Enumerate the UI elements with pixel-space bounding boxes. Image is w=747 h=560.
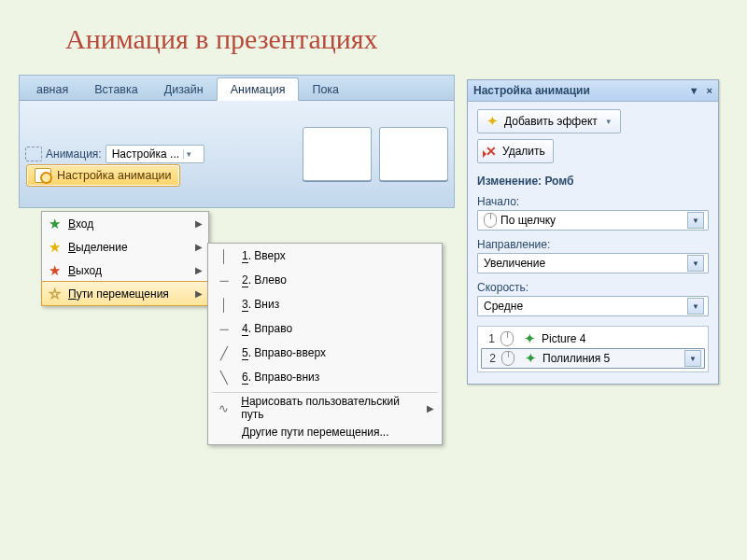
effect-category-menu: ★ Вход ▶ ★ Выделение ▶ ★ Выход ▶ ☆ Пути … [41, 211, 209, 306]
close-icon[interactable]: × [707, 85, 712, 96]
menu-item-exit[interactable]: ★ Выход ▶ [42, 259, 208, 282]
path-item-left[interactable]: ─ 2. Влево [208, 268, 442, 292]
effect-row[interactable]: 1 ✦ Picture 4 [481, 329, 705, 348]
remove-effect-label: Удалить [502, 145, 545, 158]
animation-dropdown-value: Настройка ... [112, 147, 179, 161]
start-label: Начало: [477, 195, 709, 208]
path-glyph-icon: ─ [216, 273, 233, 287]
transition-thumb[interactable] [379, 127, 448, 181]
chevron-right-icon: ▶ [195, 242, 203, 252]
remove-effect-button[interactable]: ✕ Удалить [477, 139, 554, 163]
menu-item-label: 6. Вправо-вниз [242, 371, 319, 384]
path-item-up[interactable]: │ 1. Вверх [208, 244, 442, 268]
animation-dropdown[interactable]: Настройка ... ▼ [106, 145, 204, 163]
menu-item-emphasis[interactable]: ★ Выделение ▶ [42, 235, 208, 259]
chevron-down-icon: ▼ [687, 212, 704, 229]
pane-title-text: Настройка анимации [473, 84, 590, 97]
star-icon: ☆ [48, 287, 61, 301]
animation-preview-icon [25, 147, 42, 161]
chevron-down-icon[interactable]: ▼ [684, 350, 701, 367]
chevron-right-icon: ▶ [427, 403, 434, 413]
menu-item-label: 5. Вправо-вверх [242, 346, 326, 359]
ribbon: авная Вставка Дизайн Анимация Пока Анима… [19, 75, 455, 208]
custom-animation-label: Настройка анимации [57, 169, 172, 182]
menu-item-label: Пути перемещения [68, 287, 188, 301]
speed-value: Средне [484, 300, 523, 313]
direction-label: Направление: [477, 238, 709, 251]
direction-select[interactable]: Увеличение ▼ [477, 253, 709, 273]
chevron-down-icon: ▼ [687, 255, 704, 272]
menu-item-label: Другие пути перемещения... [242, 426, 388, 439]
star-icon: ✦ [486, 115, 499, 128]
menu-item-label: Выход [68, 264, 188, 277]
ribbon-tabs: авная Вставка Дизайн Анимация Пока [20, 76, 454, 101]
effect-index: 2 [485, 352, 496, 365]
ribbon-tab-insert[interactable]: Вставка [81, 78, 150, 100]
menu-item-label: 3. Вниз [242, 298, 279, 311]
menu-item-motion-paths[interactable]: ☆ Пути перемещения ▶ [41, 281, 209, 306]
menu-separator [212, 392, 438, 393]
chevron-down-icon: ▼ [687, 298, 704, 315]
chevron-down-icon: ▼ [605, 118, 613, 126]
animation-task-pane: Настройка анимации ▼ × ✦ Добавить эффект… [467, 79, 719, 385]
ribbon-tab-animation[interactable]: Анимация [217, 77, 300, 101]
menu-item-label: 4. Вправо [242, 322, 292, 335]
star-icon: ★ [48, 241, 61, 254]
speed-select[interactable]: Средне ▼ [477, 296, 709, 316]
pane-menu-button[interactable]: ▼ [689, 85, 699, 96]
path-item-freeform[interactable]: ∿ Нарисовать пользовательский путь ▶ [208, 396, 442, 420]
path-glyph-icon: │ [216, 298, 233, 312]
path-glyph-icon: │ [216, 249, 233, 263]
effect-index: 1 [484, 332, 495, 345]
mouse-icon [484, 213, 497, 228]
transition-gallery[interactable] [303, 127, 448, 181]
path-glyph-icon: ─ [216, 322, 233, 336]
change-section-label: Изменение: Ромб [477, 175, 709, 188]
star-icon: ★ [48, 264, 61, 277]
start-value: По щелчку [500, 214, 556, 227]
effect-name: Picture 4 [542, 332, 585, 345]
star-icon: ★ [48, 217, 61, 231]
path-item-right[interactable]: ─ 4. Вправо [208, 316, 442, 341]
freeform-icon: ∿ [216, 401, 232, 415]
delete-icon: ✕ [486, 144, 497, 159]
star-icon: ✦ [524, 352, 537, 365]
page-title: Анимация в презентациях [65, 23, 378, 55]
chevron-right-icon: ▶ [195, 288, 203, 299]
mouse-icon [501, 351, 514, 366]
chevron-right-icon: ▶ [195, 218, 203, 229]
ribbon-tab-home[interactable]: авная [23, 78, 81, 100]
ribbon-body: Анимация: Настройка ... ▼ [20, 101, 454, 207]
menu-item-entrance[interactable]: ★ Вход ▶ [42, 212, 208, 235]
effect-row[interactable]: 2 ✦ Полилиния 5 ▼ [481, 348, 705, 369]
ribbon-tab-slideshow[interactable]: Пока [299, 78, 352, 100]
chevron-down-icon: ▼ [183, 149, 193, 159]
effects-list: 1 ✦ Picture 4 2 ✦ Полилиния 5 ▼ [477, 326, 709, 372]
mouse-icon [500, 331, 514, 346]
custom-animation-icon [35, 168, 51, 183]
menu-item-label: 2. Влево [242, 273, 287, 287]
transition-thumb[interactable] [303, 127, 372, 181]
path-item-up-right[interactable]: ╱ 5. Вправо-вверх [208, 341, 442, 365]
ribbon-tab-design[interactable]: Дизайн [151, 78, 217, 100]
menu-item-label: Вход [68, 217, 188, 231]
chevron-right-icon: ▶ [195, 265, 203, 275]
add-effect-button[interactable]: ✦ Добавить эффект ▼ [477, 109, 621, 133]
start-select[interactable]: По щелчку ▼ [477, 210, 709, 231]
path-item-down[interactable]: │ 3. Вниз [208, 292, 442, 316]
add-effect-label: Добавить эффект [504, 115, 598, 128]
effect-name: Полилиния 5 [543, 352, 610, 365]
animation-label: Анимация: [46, 147, 102, 161]
pane-titlebar: Настройка анимации ▼ × [468, 80, 718, 102]
motion-path-submenu: │ 1. Вверх ─ 2. Влево │ 3. Вниз ─ 4. Впр… [207, 243, 443, 445]
custom-animation-button[interactable]: Настройка анимации [26, 164, 180, 187]
direction-value: Увеличение [484, 257, 545, 270]
path-item-more[interactable]: Другие пути перемещения... [208, 420, 442, 444]
menu-item-label: 1. Вверх [242, 249, 286, 262]
speed-label: Скорость: [477, 281, 709, 294]
path-item-down-right[interactable]: ╲ 6. Вправо-вниз [208, 365, 442, 389]
path-glyph-icon: ╱ [216, 346, 233, 360]
path-glyph-icon: ╲ [216, 371, 233, 385]
menu-item-label: Выделение [68, 241, 188, 254]
star-icon: ✦ [523, 332, 536, 345]
